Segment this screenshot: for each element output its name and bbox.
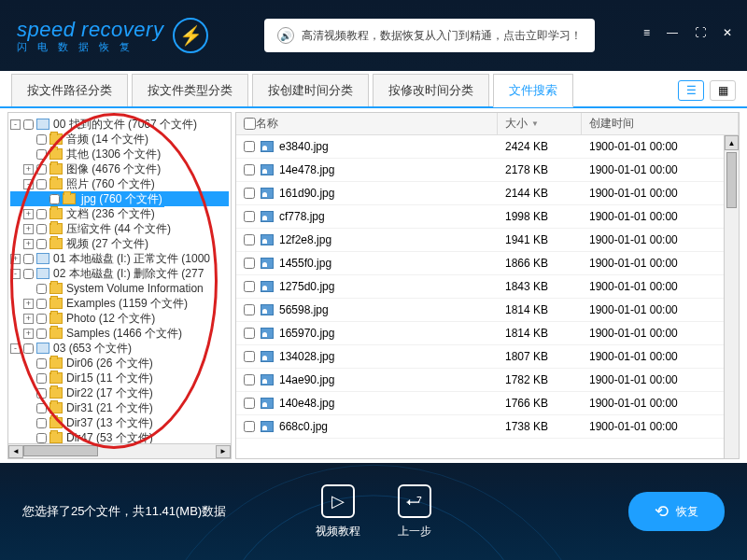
col-ctime[interactable]: 创建时间: [589, 116, 634, 132]
tree-node[interactable]: System Volume Information: [10, 281, 229, 296]
tree-node[interactable]: jpg (760 个文件): [10, 191, 229, 206]
expand-icon[interactable]: +: [23, 209, 34, 219]
tutorial-banner[interactable]: 🔊 高清视频教程，数据恢复从入门到精通，点击立即学习！: [264, 19, 595, 52]
col-name[interactable]: 名称: [256, 116, 278, 132]
row-checkbox[interactable]: [244, 328, 255, 339]
node-checkbox[interactable]: [36, 418, 47, 428]
expand-icon[interactable]: +: [23, 314, 34, 324]
select-all-checkbox[interactable]: [244, 118, 256, 130]
tab-2[interactable]: 按创建时间分类: [252, 74, 369, 106]
v-thumb[interactable]: [726, 152, 737, 208]
row-checkbox[interactable]: [244, 304, 255, 315]
tree-node[interactable]: +图像 (4676 个文件): [10, 161, 229, 176]
file-row[interactable]: 12f2e8.jpg1941 KB1900-01-01 00:00: [236, 229, 739, 252]
scroll-right-icon[interactable]: ►: [216, 445, 231, 458]
tree-node[interactable]: +文档 (236 个文件): [10, 206, 229, 221]
row-checkbox[interactable]: [244, 281, 255, 292]
close-button[interactable]: ✕: [723, 26, 732, 39]
node-checkbox[interactable]: [23, 119, 34, 130]
tree-node[interactable]: Dir22 (17 个文件): [10, 385, 229, 400]
tree-node[interactable]: +Photo (12 个文件): [10, 311, 229, 326]
node-checkbox[interactable]: [36, 329, 47, 339]
node-checkbox[interactable]: [36, 224, 47, 234]
file-row[interactable]: e3840.jpg2424 KB1900-01-01 00:00: [236, 135, 739, 159]
tree-node[interactable]: Dir06 (26 个文件): [10, 356, 229, 371]
tree-node[interactable]: +压缩文件 (44 个文件): [10, 221, 229, 236]
tree-node[interactable]: -02 本地磁盘 (I:) 删除文件 (277: [10, 266, 229, 281]
row-checkbox[interactable]: [244, 374, 255, 385]
h-thumb[interactable]: [23, 445, 98, 456]
node-checkbox[interactable]: [36, 209, 47, 219]
node-checkbox[interactable]: [36, 134, 47, 145]
expand-icon[interactable]: +: [23, 299, 34, 309]
expand-icon[interactable]: +: [23, 329, 34, 339]
tab-1[interactable]: 按文件类型分类: [132, 74, 248, 106]
expand-icon[interactable]: +: [23, 224, 34, 234]
tree-node[interactable]: +Samples (1466 个文件): [10, 326, 229, 341]
row-checkbox[interactable]: [244, 211, 255, 222]
tree-node[interactable]: 其他 (1306 个文件): [10, 147, 229, 161]
scroll-up-icon[interactable]: ▲: [725, 135, 739, 150]
v-scrollbar[interactable]: ▲: [724, 135, 739, 458]
col-size[interactable]: 大小: [505, 116, 528, 132]
file-row[interactable]: 161d90.jpg2144 KB1900-01-01 00:00: [236, 182, 739, 205]
scroll-left-icon[interactable]: ◄: [8, 445, 23, 458]
node-checkbox[interactable]: [36, 388, 47, 399]
tab-4[interactable]: 文件搜索: [493, 74, 573, 107]
node-checkbox[interactable]: [36, 284, 47, 294]
video-tutorial-button[interactable]: ▷ 视频教程: [316, 484, 360, 539]
row-checkbox[interactable]: [244, 234, 255, 245]
expand-icon[interactable]: -: [10, 343, 21, 354]
tree-node[interactable]: Dir15 (11 个文件): [10, 371, 229, 385]
node-checkbox[interactable]: [23, 254, 34, 264]
expand-icon[interactable]: -: [10, 119, 21, 130]
tree-node[interactable]: -00 找到的文件 (7067 个文件): [10, 117, 229, 132]
folder-tree[interactable]: -00 找到的文件 (7067 个文件)音频 (14 个文件)其他 (1306 …: [7, 112, 232, 459]
node-checkbox[interactable]: [36, 373, 47, 384]
file-row[interactable]: 56598.jpg1814 KB1900-01-01 00:00: [236, 299, 739, 322]
node-checkbox[interactable]: [36, 433, 47, 443]
row-checkbox[interactable]: [244, 188, 255, 199]
row-checkbox[interactable]: [244, 164, 255, 175]
node-checkbox[interactable]: [36, 149, 47, 160]
node-checkbox[interactable]: [23, 343, 34, 354]
recover-button[interactable]: ⟲ 恢复: [628, 492, 725, 531]
row-checkbox[interactable]: [244, 141, 255, 152]
tree-node[interactable]: +01 本地磁盘 (I:) 正常文件 (1000: [10, 251, 229, 266]
row-checkbox[interactable]: [244, 258, 255, 269]
row-checkbox[interactable]: [244, 398, 255, 409]
list-header[interactable]: 名称 大小▼ 创建时间: [236, 113, 739, 135]
tree-node[interactable]: +视频 (27 个文件): [10, 236, 229, 251]
file-row[interactable]: 165970.jpg1814 KB1900-01-01 00:00: [236, 322, 739, 345]
file-row[interactable]: cf778.jpg1998 KB1900-01-01 00:00: [236, 205, 739, 229]
node-checkbox[interactable]: [36, 314, 47, 324]
expand-icon[interactable]: -: [10, 269, 21, 279]
node-checkbox[interactable]: [36, 179, 47, 189]
expand-icon[interactable]: -: [23, 179, 34, 189]
node-checkbox[interactable]: [36, 239, 47, 249]
tree-node[interactable]: +Examples (1159 个文件): [10, 296, 229, 311]
expand-icon[interactable]: +: [23, 239, 34, 249]
grid-view-button[interactable]: ▦: [710, 80, 736, 101]
tab-0[interactable]: 按文件路径分类: [11, 74, 128, 106]
row-checkbox[interactable]: [244, 421, 255, 432]
tree-node[interactable]: Dir31 (21 个文件): [10, 400, 229, 415]
file-row[interactable]: 1275d0.jpg1843 KB1900-01-01 00:00: [236, 275, 739, 299]
maximize-button[interactable]: ⛶: [695, 26, 706, 39]
expand-icon[interactable]: +: [10, 254, 21, 264]
list-view-button[interactable]: ☰: [678, 80, 704, 101]
file-row[interactable]: 14ae90.jpg1782 KB1900-01-01 00:00: [236, 369, 739, 392]
file-row[interactable]: 14e478.jpg2178 KB1900-01-01 00:00: [236, 159, 739, 182]
h-scrollbar[interactable]: ◄ ►: [8, 443, 231, 458]
expand-icon[interactable]: +: [23, 164, 34, 175]
node-checkbox[interactable]: [36, 164, 47, 175]
file-row[interactable]: 668c0.jpg1738 KB1900-01-01 00:00: [236, 415, 739, 439]
back-button[interactable]: ⮐ 上一步: [398, 484, 431, 539]
menu-icon[interactable]: ≡: [643, 26, 650, 39]
file-row[interactable]: 140e48.jpg1766 KB1900-01-01 00:00: [236, 392, 739, 415]
tree-node[interactable]: -03 (653 个文件): [10, 341, 229, 356]
file-row[interactable]: 1455f0.jpg1866 KB1900-01-01 00:00: [236, 252, 739, 275]
file-row[interactable]: 134028.jpg1807 KB1900-01-01 00:00: [236, 345, 739, 369]
node-checkbox[interactable]: [36, 403, 47, 413]
minimize-button[interactable]: —: [667, 26, 678, 39]
